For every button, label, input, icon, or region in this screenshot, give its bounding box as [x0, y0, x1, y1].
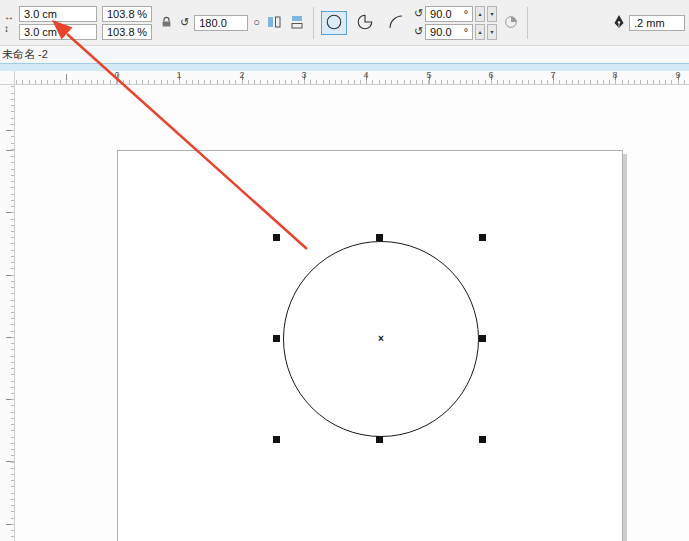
- mirror-vertical-icon: [290, 15, 304, 31]
- mirror-horizontal-button[interactable]: [265, 14, 283, 32]
- ruler-number: 1: [176, 71, 181, 80]
- selection-handle-top-left[interactable]: [273, 234, 280, 241]
- ruler-origin-box[interactable]: [0, 71, 15, 85]
- size-icon-column: ↔ ↕: [4, 12, 14, 34]
- end-angle-value: 90.0: [430, 26, 464, 38]
- rotation-angle-value: 180.0: [199, 17, 243, 29]
- start-angle-row: ↺ 90.0 ° ▴ ▾: [414, 6, 497, 22]
- drawing-canvas[interactable]: ×: [15, 85, 689, 541]
- selection-handle-top-right[interactable]: [479, 234, 486, 241]
- selection-handle-bottom-center[interactable]: [376, 436, 383, 443]
- object-width-field[interactable]: 3.0 cm: [19, 6, 97, 22]
- outline-width-field[interactable]: .2 mm: [629, 15, 685, 31]
- selection-handle-bottom-left[interactable]: [273, 436, 280, 443]
- end-angle-icon: ↺: [414, 26, 423, 37]
- start-angle-icon: ↺: [414, 8, 423, 19]
- selection-handle-middle-right[interactable]: [479, 335, 486, 342]
- scale-vertical-value: 103.8: [107, 26, 137, 38]
- arc-icon: [387, 13, 405, 33]
- end-angle-down-button[interactable]: ▾: [487, 24, 497, 40]
- ruler-number: 2: [239, 71, 244, 80]
- outline-pen-icon: [613, 14, 625, 31]
- rotation-indicator-icon: ○: [253, 17, 260, 28]
- degree-label: °: [464, 26, 468, 38]
- end-angle-field[interactable]: 90.0 °: [425, 24, 473, 40]
- rotate-icon: ↺: [180, 17, 189, 28]
- ruler-number: 3: [301, 71, 306, 80]
- horizontal-ruler[interactable]: 0 1 2 3 4 5 6 7 8 9: [15, 71, 689, 85]
- object-width-icon: ↔: [4, 12, 14, 22]
- ruler-number: 8: [612, 71, 617, 80]
- ellipse-angle-fields: ↺ 90.0 ° ▴ ▾ ↺ 90.0 ° ▴ ▾: [414, 6, 497, 40]
- rotation-angle-field[interactable]: 180.0: [194, 15, 248, 31]
- selection-handle-top-center[interactable]: [376, 234, 383, 241]
- property-bar: ↔ ↕ 3.0 cm 3.0 cm 103.8 % 103.8 %: [0, 0, 689, 46]
- toolbar-separator: [313, 7, 314, 39]
- ruler-number: 6: [488, 71, 493, 80]
- pie-icon: [356, 13, 374, 33]
- start-angle-up-button[interactable]: ▴: [475, 6, 485, 22]
- tab-accent-strip: [0, 63, 689, 71]
- scale-vertical-field[interactable]: 103.8 %: [102, 24, 152, 40]
- end-angle-up-button[interactable]: ▴: [475, 24, 485, 40]
- change-direction-button[interactable]: [502, 14, 520, 32]
- toolbar-separator: [527, 7, 528, 39]
- end-angle-row: ↺ 90.0 ° ▴ ▾: [414, 24, 497, 40]
- percent-label: %: [137, 26, 147, 38]
- mirror-vertical-button[interactable]: [288, 14, 306, 32]
- pie-mode-button[interactable]: [352, 11, 378, 35]
- ruler-number: 9: [675, 71, 680, 80]
- start-angle-down-button[interactable]: ▾: [487, 6, 497, 22]
- arc-mode-button[interactable]: [383, 11, 409, 35]
- degree-label: °: [464, 8, 468, 20]
- lock-icon: [161, 16, 172, 30]
- object-height-value: 3.0 cm: [24, 26, 92, 38]
- document-tab-bar: 未命名 -2: [0, 46, 689, 63]
- scale-horizontal-field[interactable]: 103.8 %: [102, 6, 152, 22]
- ruler-number: 4: [363, 71, 368, 80]
- start-angle-field[interactable]: 90.0 °: [425, 6, 473, 22]
- object-width-value: 3.0 cm: [24, 8, 92, 20]
- ruler-number: 0: [114, 71, 119, 80]
- ruler-number: 7: [550, 71, 555, 80]
- selection-handle-middle-left[interactable]: [273, 335, 280, 342]
- object-height-field[interactable]: 3.0 cm: [19, 24, 97, 40]
- outline-group: .2 mm: [613, 14, 685, 31]
- object-height-icon: ↕: [4, 24, 14, 34]
- selection-handle-bottom-right[interactable]: [479, 436, 486, 443]
- start-angle-value: 90.0: [430, 8, 464, 20]
- mirror-horizontal-icon: [267, 15, 281, 31]
- object-size-fields: 3.0 cm 3.0 cm: [19, 6, 97, 40]
- outline-width-value: .2 mm: [634, 17, 680, 29]
- scale-horizontal-value: 103.8: [107, 8, 137, 20]
- lock-ratio-button[interactable]: [157, 14, 175, 32]
- ellipse-icon: [325, 13, 343, 33]
- document-tab[interactable]: 未命名 -2: [2, 47, 48, 62]
- app-window: ↔ ↕ 3.0 cm 3.0 cm 103.8 % 103.8 %: [0, 0, 689, 541]
- object-center-marker[interactable]: ×: [378, 334, 384, 344]
- change-direction-icon: [503, 14, 519, 32]
- percent-label: %: [137, 8, 147, 20]
- ellipse-mode-button[interactable]: [321, 11, 347, 35]
- scale-fields: 103.8 % 103.8 %: [102, 6, 152, 40]
- ruler-number: 5: [426, 71, 431, 80]
- vertical-ruler[interactable]: [0, 85, 15, 541]
